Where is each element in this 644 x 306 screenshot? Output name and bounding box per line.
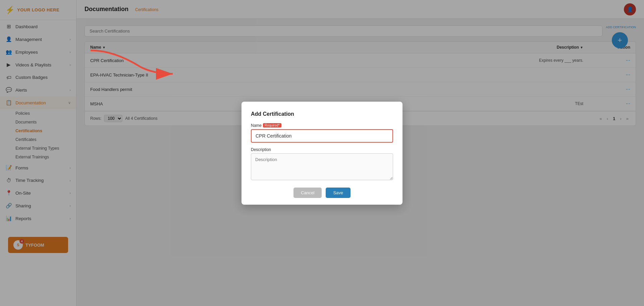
certification-name-input[interactable]: [251, 129, 393, 143]
modal-title: Add Certification: [251, 111, 393, 117]
modal-overlay: Add Certification Name Required* Descrip…: [0, 0, 644, 306]
required-badge: Required*: [263, 123, 281, 128]
cancel-button[interactable]: Cancel: [293, 188, 322, 198]
description-field-label: Description: [251, 147, 393, 152]
modal-actions: Cancel Save: [251, 188, 393, 198]
name-field-label: Name Required*: [251, 123, 393, 128]
certification-description-textarea[interactable]: [251, 153, 393, 180]
save-button[interactable]: Save: [326, 188, 351, 198]
add-certification-modal: Add Certification Name Required* Descrip…: [241, 102, 402, 205]
